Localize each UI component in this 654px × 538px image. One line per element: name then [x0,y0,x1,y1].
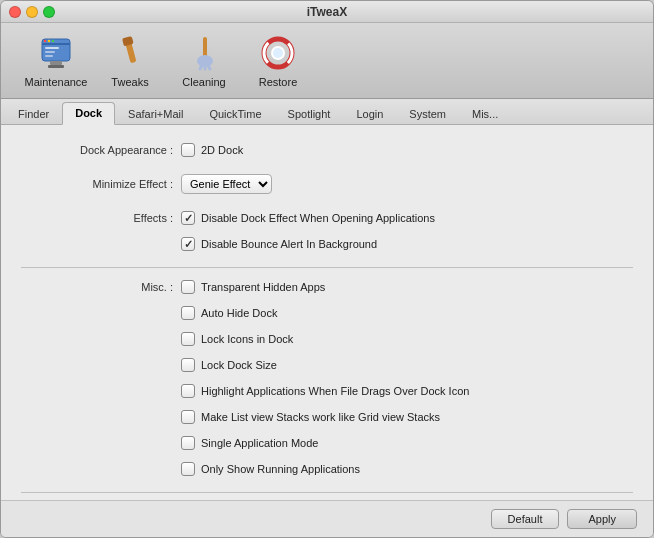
tab-dock[interactable]: Dock [62,102,115,125]
maximize-button[interactable] [43,6,55,18]
dock-appearance-section: Dock Appearance : 2D Dock [21,139,633,161]
misc-row-1: Auto Hide Dock [21,302,633,324]
content-area: Dock Appearance : 2D Dock Minimize Effec… [1,125,653,500]
svg-rect-11 [122,35,134,45]
show-running-checkbox[interactable] [181,462,195,476]
tweaks-label: Tweaks [111,76,148,88]
minimize-effect-row: Minimize Effect : Genie Effect Scale Eff… [21,173,633,195]
svg-rect-9 [48,65,64,68]
misc-control-7: Only Show Running Applications [181,462,633,476]
dock-appearance-checkbox-label: 2D Dock [201,144,243,156]
effects-row-1: Effects : Disable Dock Effect When Openi… [21,207,633,229]
single-app-label: Single Application Mode [201,437,318,449]
footer: Default Apply [1,500,653,537]
restore-label: Restore [259,76,298,88]
effects-row-2: Disable Bounce Alert In Background [21,233,633,255]
disable-bounce-label: Disable Bounce Alert In Background [201,238,377,250]
svg-point-2 [44,39,46,41]
disable-dock-effect-label: Disable Dock Effect When Opening Applica… [201,212,435,224]
dock-appearance-checkbox[interactable] [181,143,195,157]
lock-icons-checkbox[interactable] [181,332,195,346]
toolbar-item-restore[interactable]: Restore [243,29,313,93]
maintenance-label: Maintenance [25,76,88,88]
tab-system[interactable]: System [396,103,459,125]
tab-safari-mail[interactable]: Safari+Mail [115,103,196,125]
misc-row-5: Make List view Stacks work like Grid vie… [21,406,633,428]
dock-appearance-control: 2D Dock [181,143,633,157]
toolbar-item-maintenance[interactable]: Maintenance [21,29,91,93]
tab-quicktime[interactable]: QuickTime [196,103,274,125]
transparent-hidden-checkbox[interactable] [181,280,195,294]
auto-hide-label: Auto Hide Dock [201,307,277,319]
minimize-effect-control: Genie Effect Scale Effect Suck Effect [181,174,633,194]
traffic-lights [9,6,55,18]
misc-label: Misc. : [21,281,181,293]
titlebar: iTweaX [1,1,653,23]
misc-row-7: Only Show Running Applications [21,458,633,480]
misc-row-2: Lock Icons in Dock [21,328,633,350]
svg-point-3 [48,39,50,41]
minimize-effect-label: Minimize Effect : [21,178,181,190]
tweaks-icon [111,34,149,72]
cleaning-label: Cleaning [182,76,225,88]
toolbar-item-cleaning[interactable]: Cleaning [169,29,239,93]
svg-rect-1 [42,43,70,45]
window-title: iTweaX [307,5,347,19]
list-stacks-checkbox[interactable] [181,410,195,424]
misc-control-2: Lock Icons in Dock [181,332,633,346]
misc-control-0: Transparent Hidden Apps [181,280,633,294]
tab-finder[interactable]: Finder [5,103,62,125]
divider-1 [21,267,633,268]
misc-row-4: Highlight Applications When File Drags O… [21,380,633,402]
minimize-effect-select[interactable]: Genie Effect Scale Effect Suck Effect [181,174,272,194]
toolbar-item-tweaks[interactable]: Tweaks [95,29,165,93]
disable-dock-effect-checkbox[interactable] [181,211,195,225]
lock-icons-label: Lock Icons in Dock [201,333,293,345]
auto-hide-checkbox[interactable] [181,306,195,320]
misc-control-5: Make List view Stacks work like Grid vie… [181,410,633,424]
toolbar: Maintenance Tweaks [1,23,653,99]
apply-button[interactable]: Apply [567,509,637,529]
single-app-checkbox[interactable] [181,436,195,450]
tab-misc[interactable]: Mis... [459,103,511,125]
svg-rect-6 [45,51,55,53]
svg-rect-7 [45,55,53,57]
default-button[interactable]: Default [491,509,560,529]
misc-row-6: Single Application Mode [21,432,633,454]
effects-control-1: Disable Dock Effect When Opening Applica… [181,211,633,225]
misc-control-6: Single Application Mode [181,436,633,450]
svg-rect-0 [42,39,70,61]
cleaning-icon [185,34,223,72]
divider-2 [21,492,633,493]
lock-size-label: Lock Dock Size [201,359,277,371]
close-button[interactable] [9,6,21,18]
misc-row-3: Lock Dock Size [21,354,633,376]
list-stacks-label: Make List view Stacks work like Grid vie… [201,411,440,423]
misc-control-4: Highlight Applications When File Drags O… [181,384,633,398]
highlight-apps-checkbox[interactable] [181,384,195,398]
restore-icon [259,34,297,72]
dock-appearance-row: Dock Appearance : 2D Dock [21,139,633,161]
svg-point-20 [273,48,283,58]
minimize-button[interactable] [26,6,38,18]
effects-label: Effects : [21,212,181,224]
highlight-apps-label: Highlight Applications When File Drags O… [201,385,469,397]
misc-section: Misc. : Transparent Hidden Apps Auto Hid… [21,276,633,480]
misc-control-3: Lock Dock Size [181,358,633,372]
svg-point-4 [52,39,54,41]
effects-control-2: Disable Bounce Alert In Background [181,237,633,251]
lock-size-checkbox[interactable] [181,358,195,372]
dock-appearance-label: Dock Appearance : [21,144,181,156]
show-running-label: Only Show Running Applications [201,463,360,475]
maintenance-icon [37,34,75,72]
misc-control-1: Auto Hide Dock [181,306,633,320]
transparent-hidden-label: Transparent Hidden Apps [201,281,325,293]
tab-login[interactable]: Login [343,103,396,125]
disable-bounce-checkbox[interactable] [181,237,195,251]
tabs-bar: Finder Dock Safari+Mail QuickTime Spotli… [1,99,653,125]
minimize-effect-section: Minimize Effect : Genie Effect Scale Eff… [21,173,633,195]
svg-rect-5 [45,47,59,49]
tab-spotlight[interactable]: Spotlight [275,103,344,125]
app-window: iTweaX Maintenance [0,0,654,538]
svg-rect-8 [50,61,62,65]
